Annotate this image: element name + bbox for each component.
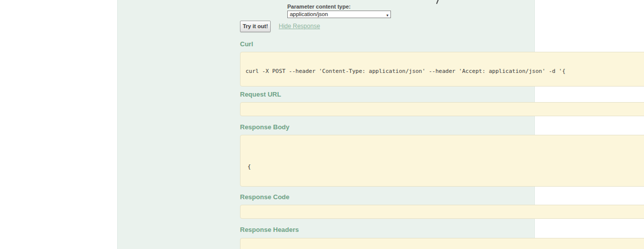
try-it-out-button[interactable]: Try it out! [240,21,271,32]
json-brace: { [248,163,251,170]
curl-section-heading: Curl [240,40,253,48]
chevron-down-icon: ▾ [386,12,388,19]
response-json-line: { [248,162,639,172]
parameter-content-type-label: Parameter content type: [287,4,351,10]
parameter-content-type-select[interactable]: application/json ▾ [287,11,391,18]
response-body-box: { "Success": false, "Message": "恭喜你更新订单成… [240,135,644,187]
curl-command-box: curl -X POST --header 'Content-Type: app… [240,52,644,87]
response-headers-section-heading: Response Headers [240,226,299,233]
curl-line: "Id": 0, [246,86,641,87]
hide-response-link[interactable]: Hide Response [279,23,320,30]
response-body-section-heading: Response Body [240,123,289,131]
selected-content-type: application/json [290,11,328,17]
curl-line: curl -X POST --header 'Content-Type: app… [246,68,641,74]
request-url-box: http://localhost:37033/order/UpdateOrder [240,102,644,116]
operation-content-panel: Parameter content type: application/json… [117,0,535,249]
response-code-box: 200 [240,205,644,219]
swagger-operation-panel: Parameter content type: application/json… [0,0,644,249]
response-code-section-heading: Response Code [240,193,289,201]
response-headers-box: { [240,238,644,249]
request-url-section-heading: Request URL [240,91,281,98]
